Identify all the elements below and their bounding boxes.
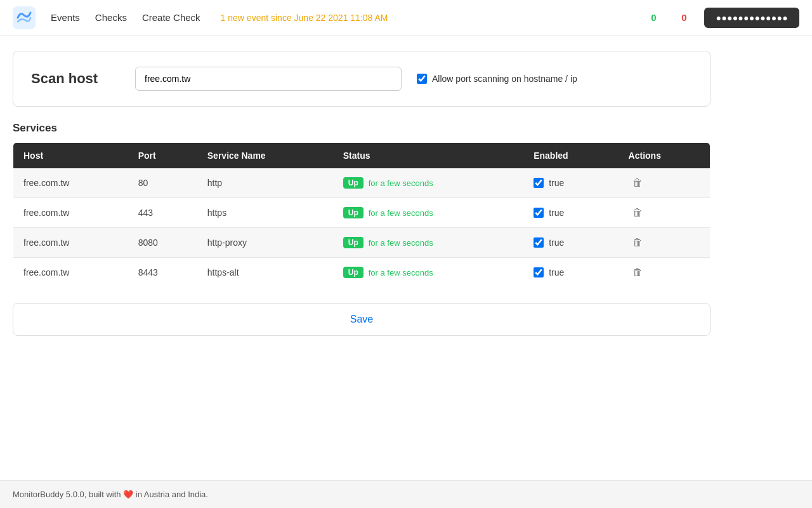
col-enabled: Enabled bbox=[523, 143, 618, 169]
enabled-checkbox[interactable] bbox=[534, 178, 544, 188]
enabled-checkbox[interactable] bbox=[534, 237, 544, 248]
notification-text: 1 new event since June 22 2021 11:08 AM bbox=[221, 13, 388, 23]
green-badge[interactable]: 0 bbox=[643, 8, 664, 28]
enabled-label: true bbox=[549, 178, 564, 188]
badge-group: 0 0 ●●●●●●●●●●●●● bbox=[643, 8, 799, 28]
cell-host: free.com.tw bbox=[13, 198, 128, 228]
services-table: Host Port Service Name Status Enabled Ac… bbox=[13, 142, 710, 288]
up-badge: Up bbox=[343, 207, 363, 218]
cell-port: 8080 bbox=[128, 228, 197, 258]
table-header: Host Port Service Name Status Enabled Ac… bbox=[13, 143, 710, 169]
svg-rect-0 bbox=[13, 6, 36, 29]
status-text: for a few seconds bbox=[369, 178, 433, 188]
up-badge: Up bbox=[343, 177, 363, 189]
nav-link-events[interactable]: Events bbox=[51, 12, 80, 23]
services-section: Services Host Port Service Name Status E… bbox=[13, 122, 710, 288]
enabled-checkbox[interactable] bbox=[534, 267, 544, 277]
cell-host: free.com.tw bbox=[13, 228, 128, 258]
enabled-label: true bbox=[549, 237, 564, 248]
cell-enabled: true bbox=[523, 258, 618, 288]
allow-port-checkbox[interactable] bbox=[417, 74, 427, 84]
cell-enabled: true bbox=[523, 198, 618, 228]
red-badge[interactable]: 0 bbox=[674, 8, 694, 28]
status-text: for a few seconds bbox=[369, 238, 433, 248]
cell-host: free.com.tw bbox=[13, 168, 128, 198]
table-row: free.com.tw 8080 http-proxy Up for a few… bbox=[13, 228, 710, 258]
cell-status: Up for a few seconds bbox=[333, 168, 523, 198]
cell-status: Up for a few seconds bbox=[333, 258, 523, 288]
col-port: Port bbox=[128, 143, 197, 169]
enabled-checkbox[interactable] bbox=[534, 208, 544, 218]
delete-button[interactable]: 🗑 bbox=[629, 176, 646, 190]
up-badge: Up bbox=[343, 267, 363, 278]
col-host: Host bbox=[13, 143, 128, 169]
col-actions: Actions bbox=[619, 143, 710, 169]
save-button-wrap: Save bbox=[13, 303, 710, 336]
scan-host-label: Scan host bbox=[31, 70, 120, 87]
scan-host-card: Scan host Allow port scanning on hostnam… bbox=[13, 51, 710, 107]
status-text: for a few seconds bbox=[369, 208, 433, 218]
user-menu-button[interactable]: ●●●●●●●●●●●●● bbox=[704, 8, 799, 28]
cell-port: 443 bbox=[128, 198, 197, 228]
cell-service-name: http bbox=[197, 168, 333, 198]
app-logo[interactable] bbox=[13, 6, 36, 29]
delete-button[interactable]: 🗑 bbox=[629, 236, 646, 250]
table-row: free.com.tw 443 https Up for a few secon… bbox=[13, 198, 710, 228]
cell-actions: 🗑 bbox=[619, 168, 710, 198]
table-row: free.com.tw 80 http Up for a few seconds… bbox=[13, 168, 710, 198]
allow-port-label[interactable]: Allow port scanning on hostname / ip bbox=[417, 74, 577, 84]
nav-link-checks[interactable]: Checks bbox=[95, 12, 127, 23]
cell-service-name: https-alt bbox=[197, 258, 333, 288]
table-body: free.com.tw 80 http Up for a few seconds… bbox=[13, 168, 710, 288]
cell-enabled: true bbox=[523, 168, 618, 198]
cell-enabled: true bbox=[523, 228, 618, 258]
cell-port: 80 bbox=[128, 168, 197, 198]
col-status: Status bbox=[333, 143, 523, 169]
allow-port-text: Allow port scanning on hostname / ip bbox=[432, 74, 577, 84]
cell-service-name: https bbox=[197, 198, 333, 228]
scan-host-input[interactable] bbox=[135, 67, 402, 91]
services-title: Services bbox=[13, 122, 710, 135]
navbar: Events Checks Create Check 1 new event s… bbox=[0, 0, 812, 36]
col-service-name: Service Name bbox=[197, 143, 333, 169]
status-text: for a few seconds bbox=[369, 268, 433, 277]
cell-actions: 🗑 bbox=[619, 258, 710, 288]
cell-status: Up for a few seconds bbox=[333, 198, 523, 228]
delete-button[interactable]: 🗑 bbox=[629, 206, 646, 220]
cell-host: free.com.tw bbox=[13, 258, 128, 288]
nav-link-create-check[interactable]: Create Check bbox=[142, 12, 200, 23]
cell-port: 8443 bbox=[128, 258, 197, 288]
enabled-label: true bbox=[549, 208, 564, 218]
cell-status: Up for a few seconds bbox=[333, 228, 523, 258]
cell-actions: 🗑 bbox=[619, 198, 710, 228]
table-row: free.com.tw 8443 https-alt Up for a few … bbox=[13, 258, 710, 288]
up-badge: Up bbox=[343, 237, 363, 248]
delete-button[interactable]: 🗑 bbox=[629, 265, 646, 279]
main-content: Scan host Allow port scanning on hostnam… bbox=[0, 36, 812, 351]
cell-service-name: http-proxy bbox=[197, 228, 333, 258]
save-button[interactable]: Save bbox=[13, 303, 710, 336]
enabled-label: true bbox=[549, 267, 564, 277]
cell-actions: 🗑 bbox=[619, 228, 710, 258]
